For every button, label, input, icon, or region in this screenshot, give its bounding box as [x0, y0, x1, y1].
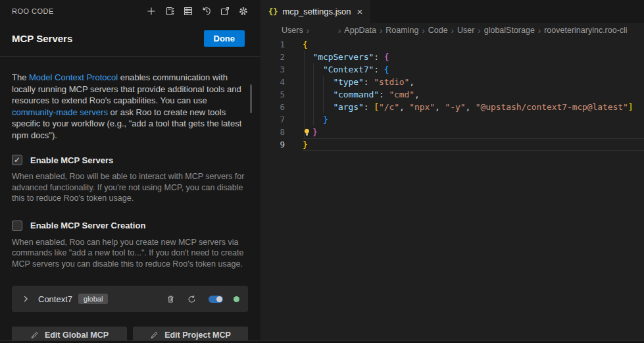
enable-mcp-creation-description: When enabled, Roo can help you create ne… — [12, 237, 248, 270]
history-icon[interactable] — [201, 5, 212, 17]
code-area[interactable]: 1{2 "mcpServers": {3 "Context7": {4 "typ… — [260, 38, 644, 151]
breadcrumb-chevron-icon: › — [338, 26, 341, 36]
code-line-content[interactable]: } — [303, 126, 644, 138]
code-token: } — [303, 140, 308, 149]
server-name: Context7 — [38, 294, 72, 304]
panel-scrollbar[interactable] — [250, 84, 252, 113]
code-line-content[interactable]: } — [303, 138, 644, 151]
code-line-content[interactable]: "args": ["/c", "npx", "-y", "@upstash/co… — [303, 101, 644, 113]
intro-pre: The — [12, 72, 29, 82]
toggle-knob — [216, 296, 222, 302]
enable-mcp-creation-checkbox[interactable] — [12, 221, 22, 231]
code-line-content[interactable]: "type": "stdio", — [303, 76, 644, 88]
mcp-servers-icon[interactable] — [182, 5, 194, 17]
breadcrumb-chevron-icon: › — [422, 26, 424, 36]
breadcrumb-chevron-icon: › — [451, 26, 454, 36]
chevron-right-icon[interactable] — [21, 294, 30, 303]
intro-text: The Model Context Protocol enables commu… — [12, 72, 248, 141]
code-token: , — [435, 102, 445, 112]
line-number: 8 — [260, 126, 285, 138]
enable-mcp-servers-checkbox[interactable]: ✓ — [12, 155, 22, 165]
code-token: , — [414, 90, 420, 99]
code-line[interactable]: 3 "Context7": { — [260, 63, 644, 76]
restart-server-refresh-icon[interactable] — [187, 294, 197, 304]
code-line[interactable]: 9} — [260, 138, 644, 151]
code-line-content[interactable]: "mcpServers": { — [303, 51, 644, 63]
code-line[interactable]: 7 } — [260, 113, 644, 126]
indent-guide — [323, 76, 324, 113]
code-token: : — [374, 52, 384, 62]
breadcrumb-segment[interactable]: Users — [282, 26, 303, 35]
editor-group: {} mcp_settings.json × Users››AppData›Ro… — [260, 0, 644, 343]
code-line[interactable]: 8} — [260, 126, 644, 138]
indent-guide — [313, 63, 314, 126]
panel-body: The Model Context Protocol enables commu… — [0, 57, 260, 343]
code-token: "cmd" — [389, 90, 414, 99]
code-line[interactable]: 4 "type": "stdio", — [260, 76, 644, 88]
pencil-icon — [150, 331, 159, 340]
code-token: "npx" — [409, 102, 435, 112]
new-task-icon[interactable] — [145, 5, 157, 17]
line-number: 7 — [260, 113, 285, 126]
breadcrumb-segment[interactable]: User — [457, 26, 474, 35]
code-line[interactable]: 6 "args": ["/c", "npx", "-y", "@upstash/… — [260, 101, 644, 113]
code-token: : — [374, 65, 384, 74]
code-line[interactable]: 2 "mcpServers": { — [260, 51, 644, 63]
breadcrumb-chevron-icon: › — [307, 26, 309, 36]
prompts-icon[interactable] — [164, 5, 176, 17]
delete-server-trash-icon[interactable] — [166, 294, 176, 304]
code-line-content[interactable]: { — [303, 38, 644, 51]
pencil-icon — [30, 331, 39, 340]
server-enabled-toggle[interactable] — [209, 296, 223, 303]
server-scope-badge: global — [78, 294, 108, 304]
line-number: 5 — [260, 88, 285, 101]
code-token: "Context7" — [323, 65, 374, 74]
tab-filename: mcp_settings.json — [282, 7, 351, 16]
breadcrumb-chevron-icon: › — [538, 26, 541, 36]
app-root: ROO CODE — [0, 0, 644, 343]
server-row-context7[interactable]: Context7 global — [12, 286, 248, 312]
line-number: 2 — [260, 51, 285, 63]
breadcrumb-segment[interactable]: AppData — [344, 26, 376, 35]
breadcrumb-chevron-icon: › — [380, 26, 382, 36]
panel-titlebar: ROO CODE — [0, 0, 260, 22]
settings-gear-icon[interactable] — [237, 5, 249, 17]
link-community-made-servers[interactable]: community-made servers — [12, 107, 108, 117]
breadcrumb-segment[interactable]: Roaming — [385, 26, 418, 35]
breadcrumb-segment[interactable]: globalStorage — [484, 26, 535, 35]
code-token: "/c" — [379, 102, 399, 112]
code-token: , — [409, 77, 414, 87]
line-number: 9 — [260, 138, 285, 151]
code-line-content[interactable]: "Context7": { — [303, 63, 644, 76]
panel-title: ROO CODE — [12, 7, 54, 15]
code-line-content[interactable]: "command": "cmd", — [303, 88, 644, 101]
code-token: { — [384, 52, 389, 62]
code-token: , — [465, 102, 475, 112]
tab-bar: {} mcp_settings.json × — [260, 0, 644, 23]
code-token — [303, 102, 333, 112]
code-token: : — [379, 90, 389, 99]
enable-mcp-servers-description: When enabled, Roo will be able to intera… — [12, 171, 248, 204]
code-line[interactable]: 1{ — [260, 38, 644, 51]
check-icon: ✓ — [14, 155, 20, 165]
open-in-editor-icon[interactable] — [219, 5, 231, 17]
setting-enable-mcp-creation: Enable MCP Server Creation When enabled,… — [12, 221, 248, 270]
tab-close-icon[interactable]: × — [357, 6, 363, 17]
code-token — [303, 77, 333, 87]
line-number: 3 — [260, 63, 285, 76]
code-line[interactable]: 5 "command": "cmd", — [260, 88, 644, 101]
code-token: ] — [628, 102, 633, 112]
link-model-context-protocol[interactable]: Model Context Protocol — [29, 72, 118, 82]
done-button[interactable]: Done — [204, 30, 245, 47]
breadcrumb-segment[interactable]: rooveterinaryinc.roo-cli — [544, 26, 627, 35]
checkbox-row: ✓ Enable MCP Servers — [12, 155, 248, 165]
roo-code-panel: ROO CODE — [0, 0, 260, 343]
code-line-content[interactable]: } — [303, 113, 644, 126]
view-header: MCP Servers Done — [0, 22, 260, 57]
breadcrumb-segment[interactable]: Code — [428, 26, 448, 35]
page-title: MCP Servers — [12, 33, 72, 44]
code-token: "type" — [333, 77, 363, 87]
indent-guide — [304, 51, 305, 138]
tab-mcp-settings-json[interactable]: {} mcp_settings.json × — [260, 0, 370, 23]
server-status-dot — [234, 296, 239, 302]
